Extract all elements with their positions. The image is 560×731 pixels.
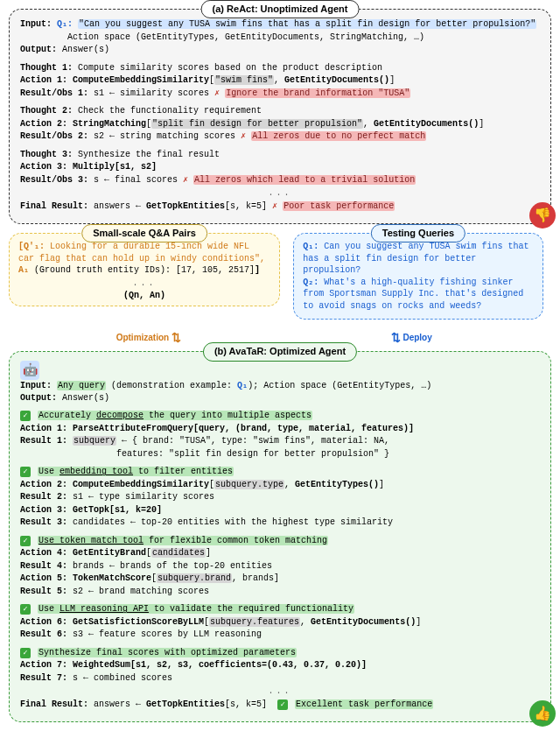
x-icon: ✗ — [241, 131, 246, 141]
r3err: All zeros which lead to a trivial soluti… — [193, 175, 416, 185]
output-text: Answer(s) — [62, 45, 109, 54]
t2: Thought 2: — [20, 106, 73, 116]
b-final-text: answers ← GetTopkEntities[s, k=5] — [94, 699, 267, 709]
b-r1sub: subquery — [73, 436, 116, 446]
b-a4: Action 4: GetEntityBrand — [20, 548, 146, 558]
a1arg2: GetEntityDocuments() — [284, 75, 389, 85]
input-label: Input: — [20, 19, 52, 29]
qa-q: [Q'₁: — [18, 242, 45, 251]
qa-qtext: Looking for a durable 15-inch wide NFL c… — [18, 242, 265, 264]
double-arrow-icon: ⇅ — [391, 331, 401, 344]
r3text: s ← final scores — [94, 175, 178, 185]
t3text: Synthesize the final result — [78, 150, 220, 159]
a2arg1: "split fin design for better propulsion" — [151, 119, 363, 129]
finalAerr: Poor task performance — [283, 201, 395, 211]
b-input-demo: (demonstration example: Q₁); Action spac… — [111, 381, 431, 390]
check-icon: ✓ — [20, 648, 31, 658]
b-dots: ... — [20, 685, 540, 699]
h3: Use token match tool for flexible common… — [38, 536, 328, 545]
deploy-label: Deploy — [402, 333, 431, 342]
middle-row: Small-scale Q&A Pairs [Q'₁: Looking for … — [9, 233, 551, 328]
tq-q1text: Can you suggest any TUSA swim fins that … — [303, 242, 528, 275]
check-icon: ✓ — [20, 467, 31, 477]
finalA: Final Result: — [20, 201, 88, 211]
avatar-title: (b) AvaTaR: Optimized Agent — [203, 342, 357, 361]
b-r2text: s1 ← type similarity scores — [73, 492, 214, 502]
tq-title: Testing Queries — [371, 224, 466, 242]
finalAtext: answers ← GetTopkEntities[s, k=5] — [94, 201, 267, 211]
t3: Thought 3: — [20, 150, 73, 159]
tq-q1: Q₁: — [303, 242, 318, 251]
b-r6: Result 6: — [20, 629, 67, 639]
react-body: Input: Q₁: "Can you suggest any TUSA swi… — [20, 18, 540, 212]
tq-q2text: What's a high-quality fishing sinker fro… — [303, 278, 523, 311]
b-r1text2: features: "split fin design for better p… — [20, 448, 540, 460]
r3: Result/Obs 3: — [20, 175, 88, 185]
b-a5: Action 5: TokenMatchScore — [20, 573, 151, 583]
output-label: Output: — [20, 45, 57, 54]
dots: ... — [20, 186, 540, 200]
qa-a: A₁ — [18, 265, 29, 275]
double-arrow-icon: ⇅ — [172, 331, 181, 344]
a2: Action 2: StringMatching — [20, 119, 146, 129]
r2text: s2 ← string matching scores — [94, 131, 235, 141]
b-r7text: s ← combined scores — [73, 673, 172, 683]
x-icon: ✗ — [183, 175, 188, 185]
check-icon: ✓ — [20, 411, 31, 421]
b-a1: Action 1: ParseAttributeFromQuery[query,… — [20, 423, 540, 435]
check-icon: ✓ — [20, 604, 31, 615]
action-space: Action space (GetEntityTypes, GetEntityD… — [20, 32, 540, 44]
b-a7: Action 7: WeightedSum[s1, s2, s3, coeffi… — [20, 659, 540, 671]
x-icon: ✗ — [214, 88, 220, 98]
qa-pair: (Qn, An) — [18, 290, 270, 302]
thumbs-down-icon: 👎 — [529, 202, 556, 228]
b-r5text: s2 ← brand matching scores — [73, 587, 209, 596]
input-q-id: Q₁: — [57, 19, 73, 29]
qa-atext: (Ground truth entity IDs): [17, 105, 251… — [34, 265, 255, 275]
h1: Accurately decompose the query into mult… — [38, 411, 312, 420]
b-final: Final Result: — [20, 699, 88, 709]
a1: Action 1: ComputeEmbeddingSimilarity — [20, 75, 209, 85]
r2: Result/Obs 2: — [20, 131, 88, 141]
robot-icon: 🤖 — [20, 361, 39, 380]
h5: Synthesize final scores with optimized p… — [38, 648, 297, 657]
tq-panel: Testing Queries Q₁: Can you suggest any … — [293, 233, 542, 320]
t1: Thought 1: — [20, 63, 73, 73]
react-title: (a) ReAct: Unoptimized Agent — [201, 0, 360, 18]
b-r7: Result 7: — [20, 673, 67, 683]
react-panel: (a) ReAct: Unoptimized Agent Input: Q₁: … — [9, 9, 551, 224]
b-a2arg1: subquery.type — [214, 480, 284, 489]
avatar-panel: (b) AvaTaR: Optimized Agent 🤖 Input: Any… — [9, 351, 551, 722]
input-query-text: "Can you suggest any TUSA swim fins that… — [78, 19, 536, 29]
b-r5: Result 5: — [20, 587, 67, 596]
avatar-body: 🤖 Input: Any query (demonstration exampl… — [20, 361, 540, 710]
b-a6arg: subquery.features — [209, 617, 300, 627]
qa-dots: ... — [18, 277, 270, 291]
b-r6text: s3 ← feature scores by LLM reasoning — [73, 629, 262, 639]
b-input-query: Any query — [57, 381, 106, 390]
b-r3: Result 3: — [20, 517, 67, 527]
b-r4: Result 4: — [20, 561, 67, 571]
b-r1text: ← { brand: "TUSA", type: "swim fins", ma… — [122, 436, 389, 446]
b-final-ok: Excellent task performance — [295, 699, 433, 709]
a1arg1: "swim fins" — [214, 75, 274, 85]
thumbs-up-icon: 👍 — [529, 700, 556, 727]
b-r1: Result 1: — [20, 436, 67, 446]
b-a5arg: subquery.brand — [157, 573, 232, 583]
a2arg2: GetEntityDocuments() — [374, 119, 479, 129]
r1err: Ignore the brand information "TUSA" — [225, 88, 410, 98]
b-output-label: Output: — [20, 393, 57, 403]
b-a3: Action 3: GetTopk[s1, k=20] — [20, 504, 540, 517]
b-a6arg2: GetEntityDocuments() — [311, 617, 416, 627]
b-input-label: Input: — [20, 381, 52, 390]
b-r4text: brands ← brands of the top-20 entities — [73, 561, 272, 571]
b-a2: Action 2: ComputeEmbeddingSimilarity — [20, 480, 209, 489]
b-a6: Action 6: GetSatisfictionScoreByLLM — [20, 617, 204, 627]
b-output-text: Answer(s) — [62, 393, 109, 403]
b-a4arg: candidates — [151, 548, 206, 558]
t2text: Check the functionality requirement — [78, 106, 262, 116]
a3: Action 3: Multiply[s1, s2] — [20, 161, 540, 173]
b-a5arg2: brands — [242, 573, 274, 583]
b-r2: Result 2: — [20, 492, 67, 502]
x-icon: ✗ — [272, 201, 277, 211]
